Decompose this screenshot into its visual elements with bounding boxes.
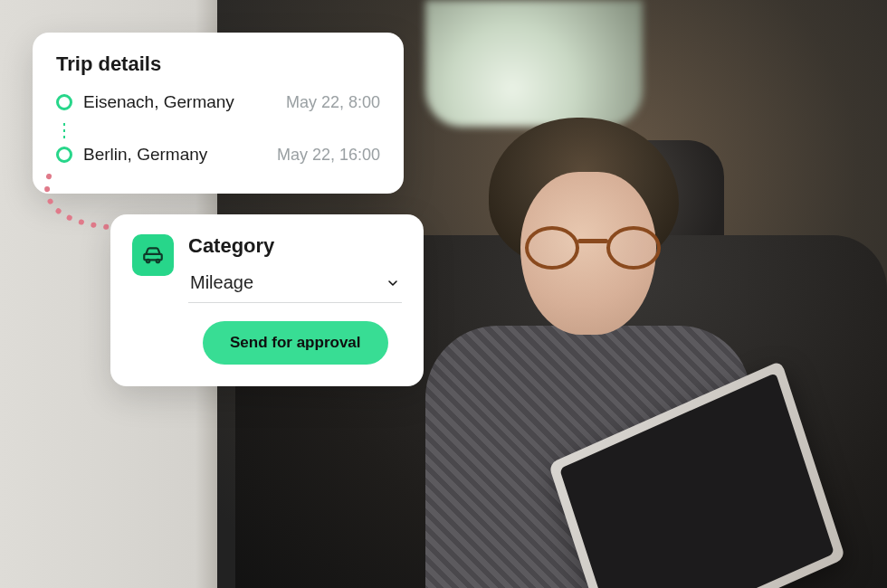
- trip-details-title: Trip details: [56, 52, 380, 76]
- trip-stop-time: May 22, 8:00: [286, 93, 380, 112]
- category-card: Category Mileage Send for approval: [110, 214, 424, 386]
- route-connector-icon: [62, 121, 66, 139]
- stop-marker-icon: [56, 147, 72, 163]
- stop-marker-icon: [56, 94, 72, 110]
- category-title: Category: [188, 234, 402, 258]
- car-icon: [132, 234, 174, 276]
- trip-stop-row[interactable]: Eisenach, Germany May 22, 8:00: [56, 92, 380, 112]
- trip-stop-time: May 22, 16:00: [277, 146, 380, 165]
- send-for-approval-button[interactable]: Send for approval: [203, 321, 388, 365]
- trip-details-card: Trip details Eisenach, Germany May 22, 8…: [33, 33, 404, 194]
- category-select-value: Mileage: [190, 272, 253, 293]
- background-window: [425, 0, 643, 127]
- person-illustration: [389, 118, 769, 588]
- category-select[interactable]: Mileage: [188, 270, 402, 303]
- trip-stop-row[interactable]: Berlin, Germany May 22, 16:00: [56, 145, 380, 165]
- chevron-down-icon: [386, 276, 400, 290]
- trip-stop-location: Berlin, Germany: [83, 145, 277, 165]
- trip-stop-location: Eisenach, Germany: [83, 92, 286, 112]
